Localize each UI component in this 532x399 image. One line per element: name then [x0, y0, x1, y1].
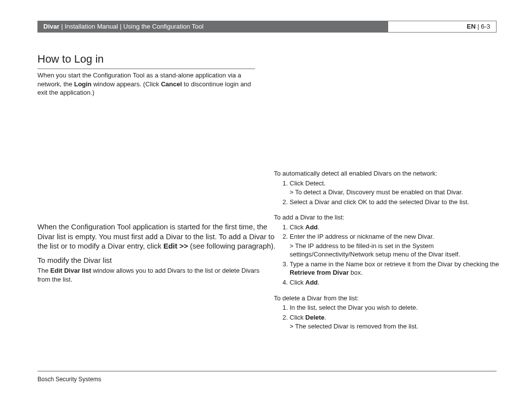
- footer: Bosch Security Systems: [37, 371, 497, 383]
- list-item: Click Add.: [290, 278, 500, 287]
- product-name: Divar: [43, 23, 60, 30]
- item-text: Click: [290, 223, 305, 231]
- item-text: .: [325, 314, 327, 321]
- page-indicator: EN | 6-3: [388, 21, 497, 33]
- cancel-bold: Cancel: [161, 80, 182, 88]
- add-bold: Add: [305, 279, 318, 286]
- intro-paragraph: When you start the Configuration Tool as…: [37, 71, 259, 97]
- item-text: box.: [349, 269, 363, 276]
- item-note: > The IP address to be filled-in is set …: [290, 242, 500, 259]
- mid-paragraph: When the Configuration Tool application …: [37, 222, 279, 251]
- list-item: Type a name in the Name box or retrieve …: [290, 260, 500, 277]
- add-bold: Add: [305, 223, 318, 231]
- list-item: Click Detect. > To detect a Divar, Disco…: [290, 179, 500, 197]
- item-note: > The selected Divar is removed from the…: [290, 322, 500, 331]
- edit-divar-list-bold: Edit Divar list: [50, 267, 91, 274]
- detect-lead: To automatically detect all enabled Diva…: [274, 169, 500, 178]
- list-item: Click Add.: [290, 223, 500, 232]
- page-header: Divar | Installation Manual | Using the …: [37, 21, 497, 33]
- right-column: To automatically detect all enabled Diva…: [274, 169, 500, 338]
- list-item: Enter the IP address or nickname of the …: [290, 232, 500, 259]
- footer-text: Bosch Security Systems: [37, 376, 101, 383]
- lang-code: EN: [467, 23, 476, 30]
- sub-text: The: [37, 267, 50, 274]
- edit-bold: Edit >>: [164, 242, 188, 250]
- sub-heading: To modify the Divar list: [37, 255, 112, 265]
- item-text: Click: [290, 314, 305, 321]
- item-text: .: [318, 279, 320, 286]
- list-item: Click Delete. > The selected Divar is re…: [290, 313, 500, 331]
- intro-text: window appears. (Click: [92, 80, 161, 88]
- item-text: Enter the IP address or nickname of the …: [290, 233, 434, 240]
- item-text: Click Detect.: [290, 180, 326, 187]
- add-list: Click Add. Enter the IP address or nickn…: [274, 223, 500, 287]
- item-text: .: [318, 223, 320, 231]
- manual-page: Divar | Installation Manual | Using the …: [0, 0, 532, 399]
- list-item: Select a Divar and click OK to add the s…: [290, 198, 500, 207]
- retrieve-bold: Retrieve from Divar: [290, 269, 349, 276]
- sub-paragraph: The Edit Divar list window allows you to…: [37, 266, 274, 284]
- mid-text: (see following paragraph).: [188, 242, 276, 250]
- detect-list: Click Detect. > To detect a Divar, Disco…: [274, 179, 500, 207]
- item-text: Type a name in the Name box or retrieve …: [290, 260, 499, 268]
- item-note: > To detect a Divar, Discovery must be e…: [290, 188, 500, 197]
- page-title: How to Log in: [37, 52, 255, 69]
- delete-lead: To delete a Divar from the list:: [274, 294, 500, 303]
- login-bold: Login: [74, 80, 91, 88]
- delete-bold: Delete: [305, 314, 325, 321]
- item-text: Click: [290, 279, 305, 286]
- add-lead: To add a Divar to the list:: [274, 213, 500, 222]
- breadcrumb-trail: | Installation Manual | Using the Config…: [60, 23, 204, 30]
- delete-list: In the list, select the Divar you wish t…: [274, 303, 500, 331]
- list-item: In the list, select the Divar you wish t…: [290, 303, 500, 312]
- page-number: | 6-3: [476, 23, 490, 30]
- breadcrumb: Divar | Installation Manual | Using the …: [37, 21, 388, 33]
